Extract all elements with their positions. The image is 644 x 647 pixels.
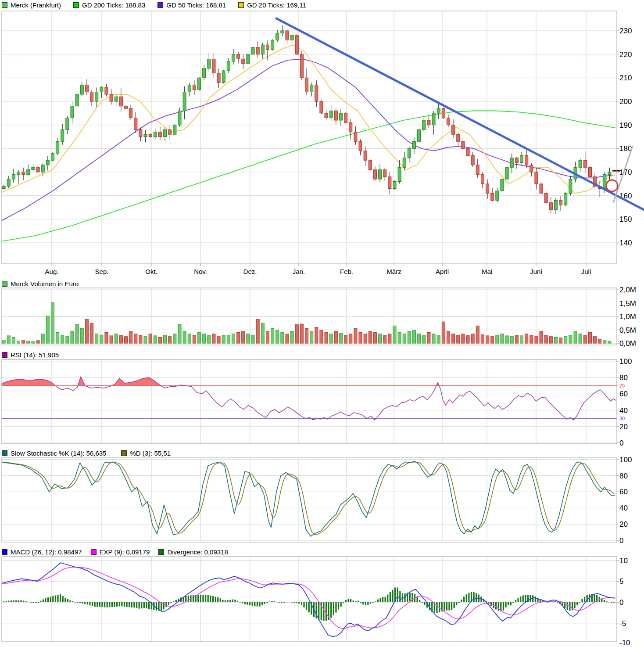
gd20-swatch-icon — [238, 2, 244, 8]
month-label: Jan. — [293, 268, 305, 275]
macd-axis-tick: 5 — [619, 577, 623, 586]
stochastic-axis-tick: 20 — [619, 520, 628, 528]
stoch-d-label: %D (3): 55,51 — [130, 449, 171, 457]
moving-average-layer — [0, 45, 615, 241]
macd-label: MACD (26, 12): 0,98497 — [11, 548, 82, 556]
divergence-swatch-icon — [158, 549, 164, 555]
legend-item-volume: Merck Volumen in Euro — [2, 280, 79, 288]
rsi-oversold-label: 30 — [619, 416, 625, 421]
legend-rsi-panel: RSI (14): 51,905 — [2, 351, 59, 359]
volume-axis-tick: 0,0M — [619, 339, 636, 348]
month-label: Nov. — [194, 268, 207, 275]
volume-layer — [2, 302, 611, 343]
stochastic-axis-tick: 60 — [619, 488, 628, 496]
instrument-swatch-icon — [2, 2, 7, 8]
panel-borders — [2, 11, 617, 642]
month-axis: Aug.Sep.Okt.Nov.Dez.Jan.Feb.MärzAprilMai… — [45, 268, 591, 275]
month-label: Mai — [482, 268, 492, 275]
gd200-swatch-icon — [73, 2, 79, 8]
month-label: Aug. — [45, 268, 59, 275]
price-axis-tick: 220 — [619, 50, 632, 59]
gd50-swatch-icon — [157, 2, 163, 8]
legend-item-stoch-k: Slow Stochastic %K (14): 56,635 — [2, 449, 106, 457]
rsi-axis-tick: 40 — [619, 406, 628, 415]
macd-axis-tick: 0 — [619, 598, 623, 607]
legend-volume-panel: Merck Volumen in Euro — [2, 280, 79, 288]
month-label: März — [386, 268, 401, 275]
legend-item-gd50: GD 50 Ticks: 168,81 — [157, 1, 226, 9]
gd20-label: GD 20 Ticks: 169,11 — [247, 1, 306, 9]
macd-layer — [0, 563, 615, 636]
volume-axis-tick: 1,0M — [619, 313, 636, 321]
rsi-axis-tick: 20 — [619, 423, 628, 431]
volume-label: Merck Volumen in Euro — [11, 280, 79, 288]
legend-price-panel: Merck (Frankfurt) GD 200 Ticks: 188,83 G… — [2, 1, 306, 9]
stoch-k-label: Slow Stochastic %K (14): 56,635 — [11, 449, 106, 457]
exp-swatch-icon — [91, 549, 97, 555]
breakout-circle — [606, 180, 618, 191]
legend-item-gd200: GD 200 Ticks: 188,83 — [73, 1, 145, 9]
legend-item-macd: MACD (26, 12): 0,98497 — [2, 548, 82, 556]
gd50-label: GD 50 Ticks: 168,81 — [166, 1, 226, 9]
rsi-swatch-icon — [2, 352, 7, 358]
stochastic-layer — [0, 461, 615, 536]
legend-item-stoch-d: %D (3): 55,51 — [121, 449, 171, 457]
price-axis-tick: 190 — [619, 121, 632, 129]
legend-item-divergence: Divergence: 0,09318 — [158, 548, 228, 556]
month-label: Sep. — [95, 268, 109, 275]
macd-axis-tick: -10 — [619, 639, 630, 647]
rsi-overbought-label: 70 — [619, 383, 625, 388]
instrument-label: Merck (Frankfurt) — [11, 1, 61, 9]
rsi-axis-tick: 100 — [619, 357, 632, 366]
month-label: Juli — [581, 268, 591, 275]
macd-axis-tick: 10 — [619, 557, 628, 565]
legend-stochastic-panel: Slow Stochastic %K (14): 56,635 %D (3): … — [2, 449, 171, 457]
rsi-label: RSI (14): 51,905 — [11, 351, 59, 359]
month-label: Dez. — [243, 268, 257, 275]
price-axis-tick: 170 — [619, 168, 632, 176]
macd-axis-tick: -5 — [619, 619, 626, 628]
macd-swatch-icon — [2, 549, 7, 555]
price-axis-tick: 230 — [619, 27, 632, 35]
rsi-layer — [0, 377, 617, 420]
price-axis-tick: 140 — [619, 239, 632, 247]
volume-swatch-icon — [2, 281, 7, 287]
rsi-axis-tick: 80 — [619, 374, 628, 382]
stoch-k-swatch-icon — [2, 450, 7, 456]
legend-item-exp: EXP (9): 0,89179 — [91, 548, 150, 556]
legend-macd-panel: MACD (26, 12): 0,98497 EXP (9): 0,89179 … — [2, 548, 228, 556]
volume-axis-tick: 1,5M — [619, 299, 636, 308]
month-label: April — [436, 268, 449, 275]
chart-page: 2302202102001901801701601501402,0M1,5M1,… — [0, 0, 644, 647]
candlestick-layer — [2, 25, 611, 214]
price-axis-tick: 180 — [619, 144, 632, 153]
rsi-axis-tick: 0 — [619, 439, 623, 447]
legend-item-gd20: GD 20 Ticks: 169,11 — [238, 1, 306, 9]
legend-item-instrument: Merck (Frankfurt) — [2, 1, 61, 9]
stochastic-axis-tick: 0 — [619, 536, 623, 545]
month-label: Juni — [530, 268, 542, 275]
stochastic-axis-tick: 40 — [619, 504, 628, 512]
month-label: Okt. — [145, 268, 157, 275]
stochastic-axis-tick: 100 — [619, 456, 632, 464]
gd200-label: GD 200 Ticks: 188,83 — [82, 1, 145, 9]
price-axis-tick: 210 — [619, 74, 632, 82]
divergence-label: Divergence: 0,09318 — [167, 548, 228, 556]
legend-item-rsi: RSI (14): 51,905 — [2, 351, 59, 359]
stochastic-axis-tick: 80 — [619, 472, 628, 480]
volume-axis-tick: 0,5M — [619, 326, 636, 334]
price-axis-tick: 150 — [619, 215, 632, 223]
exp-label: EXP (9): 0,89179 — [100, 548, 150, 556]
month-label: Feb. — [340, 268, 353, 275]
price-axis-tick: 200 — [619, 97, 632, 106]
volume-axis-tick: 2,0M — [619, 286, 636, 294]
stoch-d-swatch-icon — [121, 450, 127, 456]
rsi-axis-tick: 60 — [619, 390, 628, 398]
